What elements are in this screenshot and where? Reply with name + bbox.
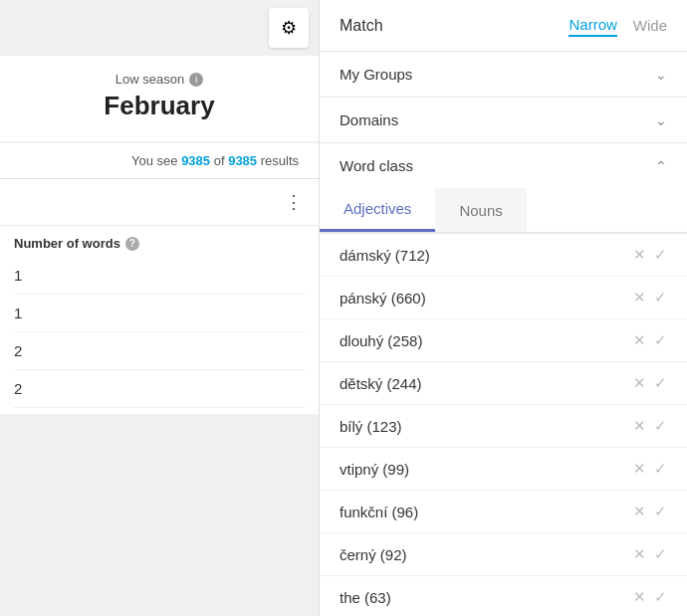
word-item-actions: ✕ ✓ <box>633 374 667 392</box>
list-item: pánský (660) ✕ ✓ <box>320 277 687 319</box>
left-panel: ⚙ Low season i February You see 9385 of … <box>0 0 319 616</box>
word-item-actions: ✕ ✓ <box>633 545 667 563</box>
accept-icon[interactable]: ✓ <box>654 503 667 520</box>
word-list: dámský (712) ✕ ✓ pánský (660) ✕ ✓ dlouhý… <box>320 234 687 616</box>
words-label-row: Number of words ? <box>14 236 305 251</box>
tab-adjectives[interactable]: Adjectives <box>320 188 435 232</box>
accept-icon[interactable]: ✓ <box>654 545 667 563</box>
reject-icon[interactable]: ✕ <box>633 460 646 478</box>
match-title: Match <box>340 17 383 35</box>
season-info-icon: i <box>189 73 203 87</box>
search-row: ⋮ <box>0 178 319 225</box>
word-text: dlouhý (258) <box>340 332 422 349</box>
gear-button[interactable]: ⚙ <box>269 8 309 48</box>
reject-icon[interactable]: ✕ <box>633 331 646 349</box>
match-tabs: Narrow Wide <box>569 14 667 37</box>
more-icon: ⋮ <box>285 192 303 212</box>
word-text: bílý (123) <box>340 418 402 435</box>
domains-chevron: ⌄ <box>655 112 667 128</box>
results-prefix: You see <box>131 153 178 168</box>
word-item-actions: ✕ ✓ <box>633 246 667 264</box>
accept-icon[interactable]: ✓ <box>654 588 667 606</box>
word-text: funkční (96) <box>340 504 418 520</box>
word-row: 2 <box>14 332 305 370</box>
my-groups-title: My Groups <box>340 66 412 83</box>
my-groups-section[interactable]: My Groups ⌄ <box>320 52 687 98</box>
list-item: dlouhý (258) ✕ ✓ <box>320 319 687 362</box>
list-item: dámský (712) ✕ ✓ <box>320 234 687 277</box>
word-item-actions: ✕ ✓ <box>633 503 667 520</box>
reject-icon[interactable]: ✕ <box>633 545 646 563</box>
match-tab-wide[interactable]: Wide <box>633 14 667 37</box>
season-card: Low season i February <box>0 56 319 141</box>
reject-icon[interactable]: ✕ <box>633 417 646 435</box>
list-item: dětský (244) ✕ ✓ <box>320 362 687 405</box>
accept-icon[interactable]: ✓ <box>654 417 667 435</box>
word-item-actions: ✕ ✓ <box>633 289 667 307</box>
reject-icon[interactable]: ✕ <box>633 503 646 520</box>
reject-icon[interactable]: ✕ <box>633 588 646 606</box>
word-item-actions: ✕ ✓ <box>633 331 667 349</box>
word-text: the (63) <box>340 589 391 606</box>
results-count2: 9385 <box>228 153 257 168</box>
list-item: vtipný (99) ✕ ✓ <box>320 448 687 491</box>
season-label-row: Low season i <box>20 72 299 87</box>
results-middle: of <box>214 153 225 168</box>
word-text: dámský (712) <box>340 247 430 264</box>
list-item: the (63) ✕ ✓ <box>320 576 687 616</box>
accept-icon[interactable]: ✓ <box>654 331 667 349</box>
class-tabs: Adjectives Nouns <box>320 188 687 233</box>
word-class-chevron: ⌃ <box>655 158 667 174</box>
word-row: 2 <box>14 370 305 408</box>
my-groups-chevron: ⌄ <box>655 67 667 83</box>
word-text: dětský (244) <box>340 375 422 392</box>
list-item: funkční (96) ✕ ✓ <box>320 491 687 533</box>
search-input[interactable] <box>10 188 273 216</box>
accept-icon[interactable]: ✓ <box>654 460 667 478</box>
words-label-text: Number of words <box>14 236 120 251</box>
domains-section[interactable]: Domains ⌄ <box>320 98 687 143</box>
accept-icon[interactable]: ✓ <box>654 374 667 392</box>
reject-icon[interactable]: ✕ <box>633 289 646 307</box>
word-rows: 1 1 2 2 <box>14 257 305 408</box>
results-count1: 9385 <box>181 153 210 168</box>
word-text: pánský (660) <box>340 290 426 307</box>
more-button[interactable]: ⋮ <box>279 187 309 217</box>
match-header: Match Narrow Wide <box>320 0 687 52</box>
tab-nouns[interactable]: Nouns <box>435 188 526 232</box>
domains-title: Domains <box>340 111 398 128</box>
word-text: černý (92) <box>340 546 407 563</box>
word-row: 1 <box>14 257 305 295</box>
word-class-section: Word class ⌃ Adjectives Nouns <box>320 143 687 234</box>
list-item: bílý (123) ✕ ✓ <box>320 405 687 448</box>
word-class-header[interactable]: Word class ⌃ <box>320 143 687 188</box>
results-bar: You see 9385 of 9385 results <box>0 143 319 178</box>
right-panel: Match Narrow Wide My Groups ⌄ Domains ⌄ … <box>319 0 687 616</box>
word-item-actions: ✕ ✓ <box>633 588 667 606</box>
word-row: 1 <box>14 295 305 332</box>
word-class-title: Word class <box>340 157 413 174</box>
words-section: Number of words ? 1 1 2 2 <box>0 225 319 414</box>
results-suffix: results <box>261 153 299 168</box>
word-text: vtipný (99) <box>340 461 409 478</box>
gear-bar: ⚙ <box>0 0 319 56</box>
reject-icon[interactable]: ✕ <box>633 246 646 264</box>
list-item: černý (92) ✕ ✓ <box>320 533 687 576</box>
word-item-actions: ✕ ✓ <box>633 417 667 435</box>
accept-icon[interactable]: ✓ <box>654 246 667 264</box>
gear-icon: ⚙ <box>281 17 297 39</box>
reject-icon[interactable]: ✕ <box>633 374 646 392</box>
word-item-actions: ✕ ✓ <box>633 460 667 478</box>
season-label-text: Low season <box>115 72 184 87</box>
accept-icon[interactable]: ✓ <box>654 289 667 307</box>
season-month: February <box>20 91 299 121</box>
words-help-icon: ? <box>125 237 139 251</box>
match-tab-narrow[interactable]: Narrow <box>569 14 616 37</box>
